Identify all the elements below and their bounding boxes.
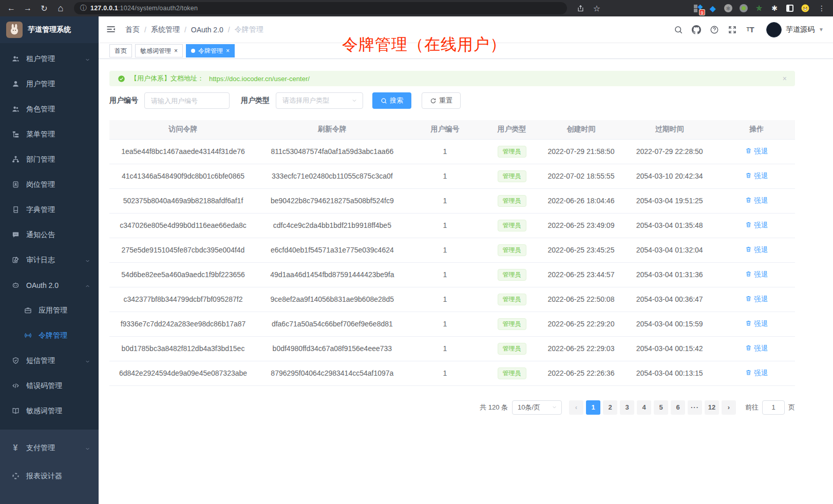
- extension-tampermonkey-icon[interactable]: ◆ 9: [692, 3, 703, 13]
- sidebar-item-租户管理[interactable]: 租户管理: [0, 46, 99, 71]
- sidebar-item-审计日志[interactable]: 审计日志: [0, 247, 99, 273]
- sidebar-item-令牌管理[interactable]: 令牌管理: [0, 323, 99, 348]
- reset-button[interactable]: 重置: [422, 92, 461, 109]
- browser-home-icon[interactable]: ⌂: [54, 2, 67, 14]
- sidebar-item-敏感词管理[interactable]: 敏感词管理: [0, 398, 99, 423]
- sidebar-toggle-icon[interactable]: [106, 24, 117, 35]
- expire-time-cell: 2054-03-04 19:51:25: [621, 188, 718, 213]
- tab-close-icon[interactable]: ×: [226, 48, 230, 54]
- extension-tab-icon[interactable]: [785, 3, 795, 13]
- breadcrumb-item-3[interactable]: OAuth 2.0: [191, 26, 223, 34]
- extension-gem-icon[interactable]: ◆: [708, 3, 718, 13]
- share-icon[interactable]: [574, 2, 586, 14]
- force-logout-button[interactable]: 强退: [745, 270, 768, 279]
- sidebar-item-支付管理[interactable]: ¥支付管理: [0, 435, 99, 460]
- force-logout-button[interactable]: 强退: [745, 196, 768, 205]
- tab-首页[interactable]: 首页: [109, 44, 132, 57]
- create-time-cell: 2022-06-25 22:29:20: [541, 312, 621, 336]
- goto-page-input[interactable]: [762, 400, 785, 415]
- force-logout-button[interactable]: 强退: [745, 221, 768, 230]
- sidebar-item-应用管理[interactable]: 应用管理: [0, 298, 99, 323]
- user-menu[interactable]: 芋道源码 ▼: [766, 22, 824, 37]
- browser-reload-icon[interactable]: ↻: [38, 2, 50, 14]
- force-logout-button[interactable]: 强退: [745, 245, 768, 255]
- chevron-down-icon: [552, 404, 557, 410]
- extension-star-icon[interactable]: ✯: [754, 3, 764, 13]
- sidebar-item-OAuth 2.0[interactable]: OAuth 2.0: [0, 273, 99, 298]
- sidebar-menu: 租户管理用户管理角色管理菜单管理部门管理岗位管理字典管理通知公告审计日志OAut…: [0, 43, 99, 423]
- breadcrumb-item-2[interactable]: 系统管理: [151, 25, 180, 34]
- breadcrumb-item-4: 令牌管理: [235, 25, 263, 34]
- force-logout-label: 强退: [754, 344, 768, 353]
- sidebar-item-报表设计器[interactable]: 报表设计器: [0, 463, 99, 489]
- extension-settings-icon[interactable]: ✻: [723, 3, 733, 13]
- sidebar-item-角色管理[interactable]: 角色管理: [0, 96, 99, 122]
- doc-link[interactable]: https://doc.iocoder.cn/user-center/: [209, 75, 310, 83]
- font-size-icon[interactable]: TT: [745, 25, 755, 35]
- user-type-cell: 管理员: [482, 336, 541, 361]
- force-logout-button[interactable]: 强退: [745, 171, 768, 181]
- extensions-puzzle-icon[interactable]: ✱: [769, 3, 780, 13]
- user-type-select[interactable]: 请选择用户类型: [276, 92, 363, 109]
- create-time-cell: 2022-06-25 22:26:36: [541, 361, 621, 385]
- chevron-down-icon: [85, 445, 90, 451]
- table-row: b0d1785bc3a8482f812db4a3f3bd15ecb0df4980…: [109, 336, 795, 361]
- force-logout-button[interactable]: 强退: [745, 147, 768, 156]
- trash-icon: [745, 320, 752, 328]
- navbar-actions: TT 芋道源码 ▼: [673, 22, 824, 37]
- page-button-2[interactable]: 2: [603, 400, 617, 415]
- search-icon[interactable]: [673, 25, 684, 35]
- sidebar-item-短信管理[interactable]: 短信管理: [0, 348, 99, 373]
- extension-recorder-icon[interactable]: [739, 3, 749, 13]
- sidebar-item-字典管理[interactable]: 字典管理: [0, 197, 99, 222]
- tab-close-icon[interactable]: ×: [174, 48, 178, 54]
- sidebar-item-错误码管理[interactable]: 错误码管理: [0, 373, 99, 398]
- force-logout-button[interactable]: 强退: [745, 344, 768, 353]
- next-page-button[interactable]: ›: [722, 400, 736, 415]
- code-icon: [11, 382, 20, 390]
- action-cell: 强退: [718, 312, 795, 336]
- profile-avatar-icon[interactable]: [800, 3, 810, 13]
- fullscreen-icon[interactable]: [727, 25, 737, 35]
- table-row: 6d842e2924594de9a09e45e087323abe8796295f…: [109, 361, 795, 385]
- alert-close-icon[interactable]: ×: [783, 74, 787, 83]
- sidebar-item-用户管理[interactable]: 用户管理: [0, 71, 99, 96]
- page-button-12[interactable]: 12: [705, 400, 719, 415]
- column-header-过期时间: 过期时间: [621, 120, 718, 139]
- page-button-5[interactable]: 5: [654, 400, 668, 415]
- browser-forward-icon[interactable]: →: [22, 2, 34, 14]
- tab-令牌管理[interactable]: 令牌管理×: [186, 44, 235, 57]
- bookmark-star-icon[interactable]: ☆: [591, 2, 603, 14]
- prev-page-button[interactable]: ‹: [569, 400, 583, 415]
- page-button-6[interactable]: 6: [671, 400, 685, 415]
- force-logout-button[interactable]: 强退: [745, 295, 768, 304]
- page-button-3[interactable]: 3: [620, 400, 634, 415]
- refresh-icon: [430, 98, 437, 104]
- tab-敏感词管理[interactable]: 敏感词管理×: [135, 44, 183, 57]
- page-button-1[interactable]: 1: [586, 400, 600, 415]
- force-logout-button[interactable]: 强退: [745, 319, 768, 328]
- github-icon[interactable]: [691, 25, 702, 35]
- column-header-用户编号: 用户编号: [408, 120, 483, 139]
- sidebar-item-通知公告[interactable]: 通知公告: [0, 222, 99, 247]
- browser-back-icon[interactable]: ←: [5, 2, 17, 14]
- more-pages-button[interactable]: ···: [688, 400, 702, 415]
- user-id-input[interactable]: [144, 92, 230, 109]
- help-icon[interactable]: [709, 25, 720, 35]
- sidebar-item-部门管理[interactable]: 部门管理: [0, 147, 99, 172]
- table-row: 275e5de9151045fe87cbdc395e004f4de6cfd40e…: [109, 238, 795, 262]
- page-info-icon[interactable]: ⓘ: [80, 4, 87, 13]
- sidebar-item-岗位管理[interactable]: 岗位管理: [0, 172, 99, 197]
- create-time-cell: 2022-06-25 23:45:25: [541, 238, 621, 262]
- breadcrumb-item-1[interactable]: 首页: [125, 25, 140, 34]
- address-bar[interactable]: ⓘ 127.0.0.1:1024/system/oauth2/token: [74, 2, 567, 14]
- force-logout-button[interactable]: 强退: [745, 369, 768, 378]
- app-logo[interactable]: 芋道管理系统: [0, 16, 99, 43]
- page-size-select[interactable]: 10条/页: [512, 400, 562, 415]
- search-button[interactable]: 搜索: [372, 92, 411, 109]
- tab-label: 首页: [115, 47, 127, 55]
- page-button-4[interactable]: 4: [637, 400, 651, 415]
- browser-menu-icon[interactable]: ⋮: [816, 2, 828, 14]
- sidebar-item-菜单管理[interactable]: 菜单管理: [0, 122, 99, 147]
- app-title: 芋道管理系统: [28, 25, 71, 34]
